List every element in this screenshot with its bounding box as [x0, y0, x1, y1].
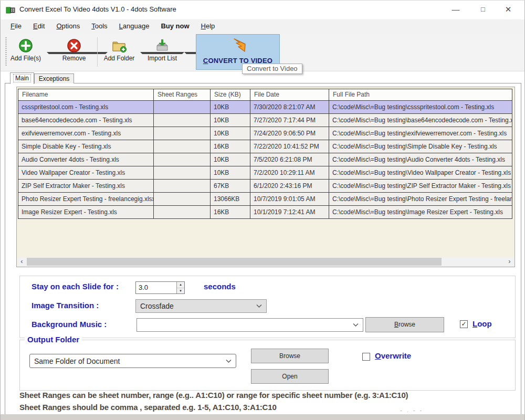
cell-date: 7/2/2020 10:29:11 AM: [250, 166, 329, 179]
cell-filename: Video Wallpaper Creator - Testing.xls: [18, 166, 154, 179]
scroll-left-icon[interactable]: ‹: [17, 257, 26, 266]
add-files-button[interactable]: Add File(s): [9, 36, 43, 68]
menu-help[interactable]: Help: [195, 19, 221, 33]
output-open-button[interactable]: Open: [251, 369, 329, 384]
app-icon: [6, 5, 15, 15]
remove-button[interactable]: Remove: [57, 36, 91, 68]
scroll-right-icon[interactable]: ›: [505, 257, 514, 266]
cell-path: C:\code\Misc\=Bug testing\exifviewerremo…: [329, 127, 512, 140]
cell-path: C:\code\Misc\=Bug testing\base64encodede…: [329, 114, 512, 127]
column-header-size[interactable]: Size (KB): [211, 89, 250, 100]
menu-bar: File Edit Options Tools Language Buy now…: [1, 19, 524, 33]
seconds-label: seconds: [204, 282, 236, 291]
maximize-button[interactable]: □: [471, 1, 495, 18]
menu-language[interactable]: Language: [113, 19, 155, 33]
table-row[interactable]: cssspritestool.com - Testing.xls10KB7/30…: [18, 100, 512, 113]
cell-path: C:\code\Misc\=Bug testing\Image Resizer …: [329, 206, 512, 218]
cell-path: C:\code\Misc\=Bug testing\ZIP Self Extra…: [329, 180, 512, 192]
minimize-button[interactable]: —: [444, 1, 468, 18]
music-browse-button[interactable]: Browse: [365, 317, 444, 332]
table-row[interactable]: Audio Converter 4dots - Testing.xls10KB7…: [18, 153, 512, 166]
overwrite-checkbox[interactable]: [362, 353, 370, 361]
cell-date: 10/1/2019 7:12:41 AM: [250, 206, 329, 218]
column-header-full-file-path[interactable]: Full File Path: [329, 89, 512, 100]
table-row[interactable]: Image Resizer Expert - Testing.xls16KB10…: [18, 205, 512, 218]
app-window: Convert Excel To Video 4dots V1.0 - 4dot…: [0, 0, 525, 420]
column-header-sheet-ranges[interactable]: Sheet Ranges: [154, 89, 211, 100]
chevron-down-icon: [256, 304, 262, 308]
output-folder-value: Same Folder of Document: [34, 357, 120, 365]
horizontal-scrollbar[interactable]: ‹ ›: [17, 257, 514, 266]
column-header-filename[interactable]: Filename: [18, 89, 154, 100]
menu-file[interactable]: File: [5, 19, 27, 33]
window-bottom-edge: [1, 414, 524, 420]
cell-filename: cssspritestool.com - Testing.xls: [18, 101, 154, 113]
cell-size: 10KB: [211, 127, 250, 140]
table-row[interactable]: exifviewerremover.com - Testing.xls10KB7…: [18, 127, 512, 140]
tab-exceptions[interactable]: Exceptions: [34, 74, 74, 83]
image-transition-label: Image Transition :: [32, 301, 99, 310]
output-folder-select[interactable]: Same Folder of Document: [29, 354, 236, 368]
image-transition-select[interactable]: Crossfade: [135, 299, 267, 313]
sheet-ranges-note-2: Sheet Ranges should be comma , separated…: [19, 403, 277, 412]
toolbar-grip: [5, 37, 7, 67]
cell-sheet_ranges: [154, 166, 211, 179]
add-folder-button[interactable]: Add Folder: [101, 36, 137, 68]
import-list-button[interactable]: Import List: [144, 36, 180, 68]
cell-sheet_ranges: [154, 114, 211, 127]
table-row[interactable]: Video Wallpaper Creator - Testing.xls10K…: [18, 166, 512, 179]
cell-filename: Simple Disable Key - Testing.xls: [18, 140, 154, 153]
table-row[interactable]: Simple Disable Key - Testing.xls16KB7/22…: [18, 140, 512, 153]
cell-sheet_ranges: [154, 127, 211, 140]
cell-size: 10KB: [211, 114, 250, 127]
import-list-icon: [155, 38, 170, 53]
cell-size: 10KB: [211, 101, 250, 113]
add-files-icon: [18, 38, 33, 53]
slide-duration-label: Stay on each Slide for :: [32, 282, 119, 291]
output-browse-button[interactable]: Browse: [251, 349, 329, 363]
column-header-file-date[interactable]: File Date: [250, 89, 329, 100]
main-tab-panel: Filename Sheet Ranges Size (KB) File Dat…: [5, 83, 521, 415]
table-row[interactable]: base64encodedecode.com - Testing.xls10KB…: [18, 113, 512, 127]
table-row[interactable]: ZIP Self Extractor Maker - Testing.xls67…: [18, 179, 512, 192]
cell-date: 6/1/2020 2:43:16 PM: [250, 180, 329, 192]
cell-filename: ZIP Self Extractor Maker - Testing.xls: [18, 180, 154, 192]
table-header: Filename Sheet Ranges Size (KB) File Dat…: [18, 89, 512, 100]
convert-arrow-icon: [228, 38, 247, 54]
cell-path: C:\code\Misc\=Bug testing\Video Wallpape…: [329, 166, 512, 179]
file-listview: Filename Sheet Ranges Size (KB) File Dat…: [16, 87, 515, 267]
stepper-buttons[interactable]: ▲ ▼: [176, 282, 184, 293]
faint-marks: - . - -: [400, 407, 423, 413]
cell-sheet_ranges: [154, 140, 211, 153]
menu-tools[interactable]: Tools: [86, 19, 113, 33]
background-music-select[interactable]: [136, 318, 363, 332]
scrollbar-thumb[interactable]: [27, 258, 442, 266]
cell-filename: Audio Converter 4dots - Testing.xls: [18, 153, 154, 166]
overwrite-label: Overwrite: [375, 351, 411, 360]
stepper-down-icon[interactable]: ▼: [177, 288, 184, 294]
close-button[interactable]: ✕: [496, 1, 520, 18]
menu-edit[interactable]: Edit: [27, 19, 50, 33]
slide-duration-value: 3.0: [139, 284, 148, 291]
menu-options[interactable]: Options: [50, 19, 86, 33]
menu-buy-now[interactable]: Buy now: [155, 19, 195, 33]
chevron-down-icon: [353, 323, 359, 327]
loop-checkbox[interactable]: ✓: [460, 320, 468, 328]
stepper-up-icon[interactable]: ▲: [177, 282, 184, 288]
tab-main[interactable]: Main: [10, 72, 34, 84]
table-row[interactable]: Photo Resizer Expert Testing - freelance…: [18, 192, 512, 205]
window-title: Convert Excel To Video 4dots V1.0 - 4dot…: [19, 5, 176, 13]
cell-filename: exifviewerremover.com - Testing.xls: [18, 127, 154, 140]
cell-sheet_ranges: [154, 206, 211, 218]
cell-size: 16KB: [211, 140, 250, 153]
cell-size: 16KB: [211, 206, 250, 218]
image-transition-value: Crossfade: [140, 302, 174, 310]
slide-duration-stepper[interactable]: 3.0 ▲ ▼: [135, 281, 185, 294]
cell-size: 10KB: [211, 153, 250, 166]
cell-path: C:\code\Misc\=Bug testing\Audio Converte…: [329, 153, 512, 166]
cell-path: C:\code\Misc\=Bug testing\Photo Resizer …: [329, 193, 512, 205]
cell-sheet_ranges: [154, 193, 211, 205]
cell-path: C:\code\Misc\=Bug testing\cssspritestool…: [329, 101, 512, 113]
cell-size: 10KB: [211, 166, 250, 179]
cell-date: 7/30/2020 8:21:07 AM: [250, 101, 329, 113]
